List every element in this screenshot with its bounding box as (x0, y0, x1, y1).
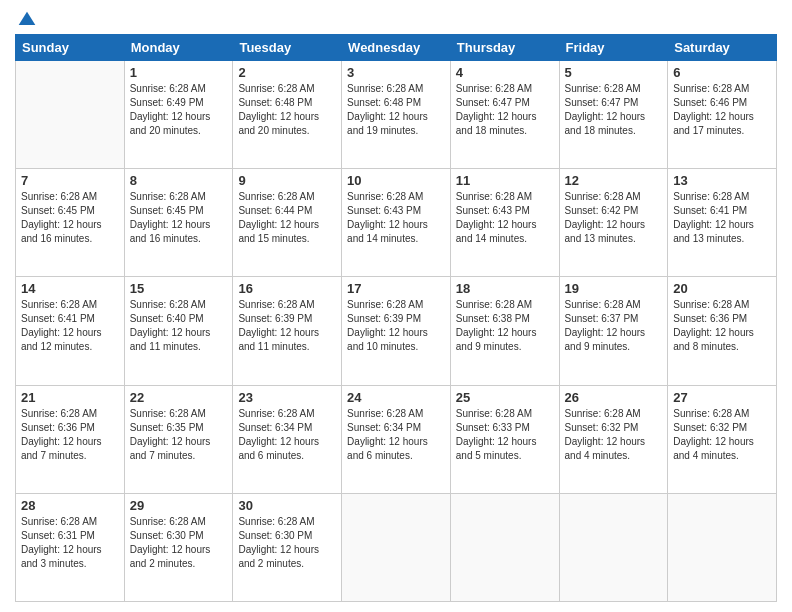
week-row-1: 1Sunrise: 6:28 AM Sunset: 6:49 PM Daylig… (16, 61, 777, 169)
logo-icon (17, 10, 37, 30)
calendar-cell: 4Sunrise: 6:28 AM Sunset: 6:47 PM Daylig… (450, 61, 559, 169)
day-info: Sunrise: 6:28 AM Sunset: 6:45 PM Dayligh… (130, 190, 228, 246)
calendar-cell (450, 493, 559, 601)
weekday-header-thursday: Thursday (450, 35, 559, 61)
calendar-cell: 29Sunrise: 6:28 AM Sunset: 6:30 PM Dayli… (124, 493, 233, 601)
day-info: Sunrise: 6:28 AM Sunset: 6:48 PM Dayligh… (238, 82, 336, 138)
day-number: 19 (565, 281, 663, 296)
calendar-cell: 10Sunrise: 6:28 AM Sunset: 6:43 PM Dayli… (342, 169, 451, 277)
day-info: Sunrise: 6:28 AM Sunset: 6:49 PM Dayligh… (130, 82, 228, 138)
calendar-cell: 17Sunrise: 6:28 AM Sunset: 6:39 PM Dayli… (342, 277, 451, 385)
calendar-cell: 28Sunrise: 6:28 AM Sunset: 6:31 PM Dayli… (16, 493, 125, 601)
calendar-cell: 1Sunrise: 6:28 AM Sunset: 6:49 PM Daylig… (124, 61, 233, 169)
logo-text (15, 10, 37, 30)
logo (15, 10, 37, 26)
day-number: 28 (21, 498, 119, 513)
day-info: Sunrise: 6:28 AM Sunset: 6:30 PM Dayligh… (130, 515, 228, 571)
weekday-header-tuesday: Tuesday (233, 35, 342, 61)
day-number: 5 (565, 65, 663, 80)
calendar-cell: 3Sunrise: 6:28 AM Sunset: 6:48 PM Daylig… (342, 61, 451, 169)
calendar-cell: 15Sunrise: 6:28 AM Sunset: 6:40 PM Dayli… (124, 277, 233, 385)
calendar-cell (342, 493, 451, 601)
calendar-cell (559, 493, 668, 601)
week-row-4: 21Sunrise: 6:28 AM Sunset: 6:36 PM Dayli… (16, 385, 777, 493)
day-number: 8 (130, 173, 228, 188)
day-number: 10 (347, 173, 445, 188)
day-number: 22 (130, 390, 228, 405)
calendar-cell: 21Sunrise: 6:28 AM Sunset: 6:36 PM Dayli… (16, 385, 125, 493)
calendar-cell: 11Sunrise: 6:28 AM Sunset: 6:43 PM Dayli… (450, 169, 559, 277)
week-row-2: 7Sunrise: 6:28 AM Sunset: 6:45 PM Daylig… (16, 169, 777, 277)
day-number: 25 (456, 390, 554, 405)
header (15, 10, 777, 26)
day-info: Sunrise: 6:28 AM Sunset: 6:48 PM Dayligh… (347, 82, 445, 138)
svg-marker-0 (19, 12, 36, 25)
day-number: 2 (238, 65, 336, 80)
day-info: Sunrise: 6:28 AM Sunset: 6:44 PM Dayligh… (238, 190, 336, 246)
day-number: 18 (456, 281, 554, 296)
day-info: Sunrise: 6:28 AM Sunset: 6:34 PM Dayligh… (347, 407, 445, 463)
day-number: 27 (673, 390, 771, 405)
day-number: 15 (130, 281, 228, 296)
day-info: Sunrise: 6:28 AM Sunset: 6:40 PM Dayligh… (130, 298, 228, 354)
calendar-cell: 12Sunrise: 6:28 AM Sunset: 6:42 PM Dayli… (559, 169, 668, 277)
day-number: 24 (347, 390, 445, 405)
calendar-cell: 16Sunrise: 6:28 AM Sunset: 6:39 PM Dayli… (233, 277, 342, 385)
day-number: 17 (347, 281, 445, 296)
page-container: SundayMondayTuesdayWednesdayThursdayFrid… (0, 0, 792, 612)
day-info: Sunrise: 6:28 AM Sunset: 6:42 PM Dayligh… (565, 190, 663, 246)
calendar-cell: 26Sunrise: 6:28 AM Sunset: 6:32 PM Dayli… (559, 385, 668, 493)
day-info: Sunrise: 6:28 AM Sunset: 6:34 PM Dayligh… (238, 407, 336, 463)
day-info: Sunrise: 6:28 AM Sunset: 6:46 PM Dayligh… (673, 82, 771, 138)
calendar-cell: 20Sunrise: 6:28 AM Sunset: 6:36 PM Dayli… (668, 277, 777, 385)
day-info: Sunrise: 6:28 AM Sunset: 6:32 PM Dayligh… (565, 407, 663, 463)
day-info: Sunrise: 6:28 AM Sunset: 6:43 PM Dayligh… (456, 190, 554, 246)
calendar-cell: 6Sunrise: 6:28 AM Sunset: 6:46 PM Daylig… (668, 61, 777, 169)
calendar-cell: 30Sunrise: 6:28 AM Sunset: 6:30 PM Dayli… (233, 493, 342, 601)
day-number: 12 (565, 173, 663, 188)
day-number: 16 (238, 281, 336, 296)
calendar-table: SundayMondayTuesdayWednesdayThursdayFrid… (15, 34, 777, 602)
calendar-cell: 2Sunrise: 6:28 AM Sunset: 6:48 PM Daylig… (233, 61, 342, 169)
day-number: 9 (238, 173, 336, 188)
calendar-cell: 7Sunrise: 6:28 AM Sunset: 6:45 PM Daylig… (16, 169, 125, 277)
day-info: Sunrise: 6:28 AM Sunset: 6:41 PM Dayligh… (21, 298, 119, 354)
calendar-cell: 25Sunrise: 6:28 AM Sunset: 6:33 PM Dayli… (450, 385, 559, 493)
day-number: 4 (456, 65, 554, 80)
weekday-header-saturday: Saturday (668, 35, 777, 61)
calendar-cell (16, 61, 125, 169)
calendar-cell: 18Sunrise: 6:28 AM Sunset: 6:38 PM Dayli… (450, 277, 559, 385)
day-number: 11 (456, 173, 554, 188)
calendar-cell: 24Sunrise: 6:28 AM Sunset: 6:34 PM Dayli… (342, 385, 451, 493)
weekday-header-sunday: Sunday (16, 35, 125, 61)
day-info: Sunrise: 6:28 AM Sunset: 6:32 PM Dayligh… (673, 407, 771, 463)
calendar-cell: 19Sunrise: 6:28 AM Sunset: 6:37 PM Dayli… (559, 277, 668, 385)
day-number: 14 (21, 281, 119, 296)
day-number: 23 (238, 390, 336, 405)
day-number: 7 (21, 173, 119, 188)
day-info: Sunrise: 6:28 AM Sunset: 6:36 PM Dayligh… (21, 407, 119, 463)
calendar-cell: 13Sunrise: 6:28 AM Sunset: 6:41 PM Dayli… (668, 169, 777, 277)
day-number: 26 (565, 390, 663, 405)
week-row-3: 14Sunrise: 6:28 AM Sunset: 6:41 PM Dayli… (16, 277, 777, 385)
calendar-cell: 22Sunrise: 6:28 AM Sunset: 6:35 PM Dayli… (124, 385, 233, 493)
day-number: 29 (130, 498, 228, 513)
weekday-header-monday: Monday (124, 35, 233, 61)
calendar-cell: 8Sunrise: 6:28 AM Sunset: 6:45 PM Daylig… (124, 169, 233, 277)
calendar-cell: 9Sunrise: 6:28 AM Sunset: 6:44 PM Daylig… (233, 169, 342, 277)
day-number: 1 (130, 65, 228, 80)
day-number: 6 (673, 65, 771, 80)
day-number: 3 (347, 65, 445, 80)
calendar-cell (668, 493, 777, 601)
day-info: Sunrise: 6:28 AM Sunset: 6:43 PM Dayligh… (347, 190, 445, 246)
day-info: Sunrise: 6:28 AM Sunset: 6:36 PM Dayligh… (673, 298, 771, 354)
calendar-cell: 23Sunrise: 6:28 AM Sunset: 6:34 PM Dayli… (233, 385, 342, 493)
weekday-header-row: SundayMondayTuesdayWednesdayThursdayFrid… (16, 35, 777, 61)
weekday-header-friday: Friday (559, 35, 668, 61)
calendar-cell: 27Sunrise: 6:28 AM Sunset: 6:32 PM Dayli… (668, 385, 777, 493)
day-info: Sunrise: 6:28 AM Sunset: 6:47 PM Dayligh… (565, 82, 663, 138)
day-info: Sunrise: 6:28 AM Sunset: 6:38 PM Dayligh… (456, 298, 554, 354)
week-row-5: 28Sunrise: 6:28 AM Sunset: 6:31 PM Dayli… (16, 493, 777, 601)
day-info: Sunrise: 6:28 AM Sunset: 6:30 PM Dayligh… (238, 515, 336, 571)
day-number: 21 (21, 390, 119, 405)
